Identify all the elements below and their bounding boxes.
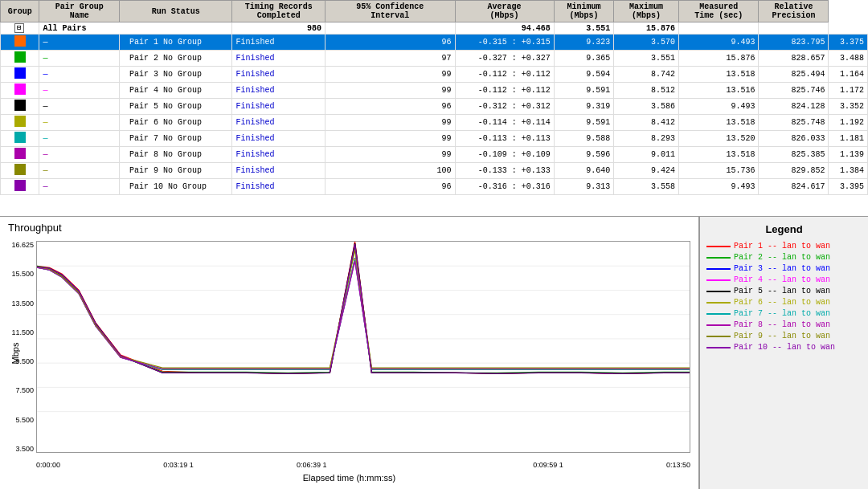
legend-title: Legend	[706, 223, 862, 235]
col-relative-precision: RelativePrecision	[759, 1, 829, 22]
row-confidence: -0.113 : +0.113	[455, 131, 554, 147]
row-measured-time: 829.852	[759, 163, 829, 179]
legend-item: Pair 6 -- lan to wan	[706, 298, 862, 307]
row-average: 9.323	[554, 35, 614, 51]
legend-line	[706, 324, 731, 326]
table-container[interactable]: Group Pair GroupName Run Status Timing R…	[0, 0, 868, 217]
row-minimum: 3.586	[614, 99, 679, 115]
row-maximum: 15.736	[678, 163, 758, 179]
row-average: 9.319	[554, 99, 614, 115]
all-pairs-measured-time	[678, 22, 758, 35]
table-row[interactable]: —Pair 1 No GroupFinished96-0.315 : +0.31…	[1, 35, 868, 51]
row-dash: —	[39, 131, 119, 147]
legend-line	[706, 336, 731, 337]
y-axis-tick: 3.500	[15, 445, 34, 453]
row-timing: 96	[326, 179, 456, 195]
legend-line	[706, 347, 731, 348]
row-group-icon	[1, 115, 39, 131]
table-row[interactable]: —Pair 10 No GroupFinished96-0.316 : +0.3…	[1, 179, 868, 195]
row-confidence: -0.312 : +0.312	[455, 99, 554, 115]
x-axis-tick: 0:13:50	[666, 461, 690, 469]
row-relative-precision: 3.488	[829, 51, 868, 67]
y-axis-tick: 11.500	[11, 328, 34, 336]
table-row[interactable]: —Pair 4 No GroupFinished99-0.112 : +0.11…	[1, 83, 868, 99]
row-group-icon	[1, 99, 39, 115]
legend-label: Pair 5 -- lan to wan	[734, 287, 830, 295]
bottom-panel: Throughput Mbps 16.62515.50013.50011.500…	[0, 217, 868, 489]
expand-icon[interactable]: ⊟	[14, 23, 24, 33]
all-pairs-confidence	[326, 22, 456, 35]
col-pair-group-name: Pair GroupName	[39, 1, 119, 22]
row-measured-time: 825.746	[759, 83, 829, 99]
row-group-icon	[1, 51, 39, 67]
row-timing: 96	[326, 35, 456, 51]
row-average: 9.640	[554, 163, 614, 179]
row-pair-name: Pair 2 No Group	[119, 51, 231, 67]
all-pairs-minimum: 3.551	[554, 22, 614, 35]
row-relative-precision: 1.192	[829, 115, 868, 131]
col-timing-records: Timing RecordsCompleted	[232, 1, 326, 22]
table-row[interactable]: —Pair 9 No GroupFinished100-0.133 : +0.1…	[1, 163, 868, 179]
chart-title: Throughput	[8, 222, 62, 234]
legend-line	[706, 302, 731, 304]
all-pairs-group-cell: ⊟	[1, 22, 39, 35]
legend-line	[706, 279, 731, 281]
row-relative-precision: 3.352	[829, 99, 868, 115]
row-measured-time: 824.128	[759, 99, 829, 115]
legend-label: Pair 9 -- lan to wan	[734, 332, 830, 340]
svg-rect-5	[14, 67, 20, 73]
table-row[interactable]: —Pair 6 No GroupFinished99-0.114 : +0.11…	[1, 115, 868, 131]
col-maximum: Maximum(Mbps)	[614, 1, 679, 22]
row-pair-name: Pair 5 No Group	[119, 99, 231, 115]
svg-rect-7	[14, 84, 20, 89]
row-maximum: 13.518	[678, 67, 758, 83]
row-measured-time: 825.385	[759, 147, 829, 163]
row-minimum: 8.293	[614, 131, 679, 147]
legend-label: Pair 10 -- lan to wan	[734, 343, 835, 352]
y-axis-tick: 15.500	[11, 270, 34, 278]
chart-area: Throughput Mbps 16.62515.50013.50011.500…	[0, 217, 699, 489]
row-dash: —	[39, 179, 119, 195]
table-row[interactable]: —Pair 5 No GroupFinished96-0.312 : +0.31…	[1, 99, 868, 115]
row-status: Finished	[232, 131, 326, 147]
row-minimum: 3.570	[614, 35, 679, 51]
col-measured-time: MeasuredTime (sec)	[678, 1, 758, 22]
row-confidence: -0.112 : +0.112	[455, 67, 554, 83]
row-timing: 99	[326, 147, 456, 163]
row-group-icon	[1, 131, 39, 147]
row-maximum: 9.493	[678, 179, 758, 195]
y-axis-tick: 7.500	[15, 386, 34, 394]
row-relative-precision: 1.384	[829, 163, 868, 179]
legend-item: Pair 5 -- lan to wan	[706, 287, 862, 295]
y-axis-tick: 13.500	[11, 300, 34, 308]
row-average: 9.365	[554, 51, 614, 67]
row-relative-precision: 3.395	[829, 179, 868, 195]
all-pairs-row[interactable]: ⊟ All Pairs 980 94.468 3.551 15.876	[1, 22, 868, 35]
y-axis-tick: 9.500	[15, 357, 34, 365]
row-measured-time: 824.617	[759, 179, 829, 195]
table-row[interactable]: —Pair 3 No GroupFinished99-0.112 : +0.11…	[1, 67, 868, 83]
row-minimum: 3.558	[614, 179, 679, 195]
row-confidence: -0.114 : +0.114	[455, 115, 554, 131]
col-run-status: Run Status	[119, 1, 231, 22]
table-row[interactable]: —Pair 2 No GroupFinished97-0.327 : +0.32…	[1, 51, 868, 67]
table-row[interactable]: —Pair 8 No GroupFinished99-0.109 : +0.10…	[1, 147, 868, 163]
row-measured-time: 825.748	[759, 115, 829, 131]
table-row[interactable]: —Pair 7 No GroupFinished99-0.113 : +0.11…	[1, 131, 868, 147]
legend-label: Pair 3 -- lan to wan	[734, 264, 830, 273]
row-measured-time: 825.494	[759, 67, 829, 83]
row-status: Finished	[232, 67, 326, 83]
row-relative-precision: 3.375	[829, 35, 868, 51]
row-group-icon	[1, 179, 39, 195]
legend-label: Pair 2 -- lan to wan	[734, 253, 830, 262]
legend-item: Pair 9 -- lan to wan	[706, 332, 862, 340]
row-pair-name: Pair 10 No Group	[119, 179, 231, 195]
row-group-icon	[1, 163, 39, 179]
legend-line	[706, 291, 731, 292]
row-confidence: -0.316 : +0.316	[455, 179, 554, 195]
y-axis-tick: 5.500	[15, 416, 34, 424]
row-confidence: -0.112 : +0.112	[455, 83, 554, 99]
col-confidence: 95% ConfidenceInterval	[326, 1, 456, 22]
legend-item: Pair 8 -- lan to wan	[706, 320, 862, 329]
x-axis-label: Elapsed time (h:mm:ss)	[303, 473, 396, 483]
